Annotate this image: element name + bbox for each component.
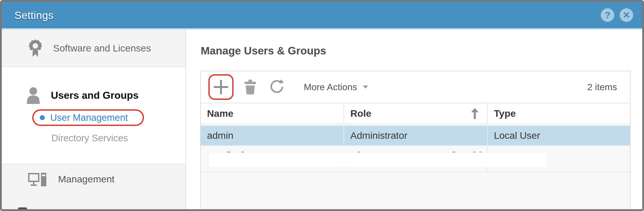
bullet-dot-icon xyxy=(40,115,45,120)
column-header-role[interactable]: Role xyxy=(344,103,487,124)
cell-name: admin xyxy=(201,126,344,146)
add-user-button[interactable] xyxy=(213,80,228,95)
dropdown-caret-icon xyxy=(363,86,368,89)
dialog-body: Software and Licenses Users and Groups U… xyxy=(2,30,642,210)
table-empty-area xyxy=(201,172,630,210)
window-title: Settings xyxy=(14,9,54,21)
award-icon xyxy=(28,39,42,57)
sidebar: Software and Licenses Users and Groups U… xyxy=(2,30,186,210)
sidebar-item-software-and-licenses[interactable]: Software and Licenses xyxy=(2,30,186,67)
sidebar-item-label: Management xyxy=(58,174,114,185)
sidebar-item-management[interactable]: Management xyxy=(2,164,186,210)
column-header-name[interactable]: Name xyxy=(201,103,344,124)
table-toolbar: More Actions 2 items xyxy=(201,71,630,103)
computer-icon xyxy=(28,172,48,188)
plus-icon xyxy=(213,80,228,95)
trash-icon xyxy=(244,80,256,94)
refresh-button[interactable] xyxy=(269,80,285,95)
redacted-text-remnant xyxy=(452,152,456,153)
titlebar-buttons: ? ✕ xyxy=(601,8,633,22)
delete-user-button[interactable] xyxy=(244,80,256,94)
annotation-highlight-add-button xyxy=(208,74,234,100)
redacted-text-remnant xyxy=(358,152,360,153)
redacted-text-remnant xyxy=(227,152,230,153)
redacted-text-remnant xyxy=(479,152,482,153)
table-row-redacted[interactable] xyxy=(201,146,630,172)
cell-role: Administrator xyxy=(344,126,487,146)
sidebar-item-label: Software and Licenses xyxy=(53,43,151,54)
help-icon[interactable]: ? xyxy=(601,8,614,22)
table-header-row: Name Role Type xyxy=(201,103,630,124)
user-icon xyxy=(26,87,41,104)
close-icon[interactable]: ✕ xyxy=(620,8,633,22)
settings-dialog: Settings ? ✕ xyxy=(0,0,644,211)
sidebar-item-directory-services[interactable]: Directory Services xyxy=(51,133,186,144)
partially-visible-sidebar-icon xyxy=(18,208,27,210)
column-header-type[interactable]: Type xyxy=(487,103,630,124)
redaction-overlay xyxy=(209,153,547,167)
sidebar-item-label: Users and Groups xyxy=(51,90,138,101)
annotation-highlight-user-management: User Management xyxy=(32,109,144,126)
more-actions-dropdown[interactable]: More Actions xyxy=(304,82,368,92)
users-table-panel: More Actions 2 items Name Role xyxy=(200,71,630,210)
titlebar: Settings ? ✕ xyxy=(2,2,642,30)
sort-asc-icon xyxy=(470,108,479,120)
table-row-admin[interactable]: admin Administrator Local User xyxy=(201,126,630,146)
main-content: Manage Users & Groups xyxy=(186,30,642,210)
more-actions-label: More Actions xyxy=(304,82,357,92)
sidebar-item-user-management[interactable]: User Management xyxy=(50,112,128,123)
redacted-text-remnant xyxy=(241,152,244,153)
column-header-label: Role xyxy=(350,108,371,119)
cell-type: Local User xyxy=(487,126,630,146)
redacted-text-remnant xyxy=(473,152,475,153)
sidebar-item-users-and-groups[interactable]: Users and Groups xyxy=(2,87,186,104)
items-count: 2 items xyxy=(587,82,617,92)
refresh-icon xyxy=(269,80,285,95)
page-title: Manage Users & Groups xyxy=(201,44,326,57)
